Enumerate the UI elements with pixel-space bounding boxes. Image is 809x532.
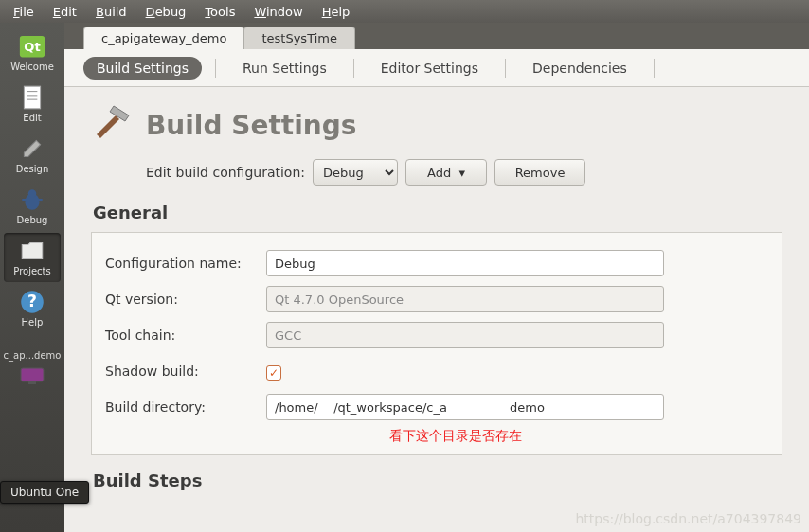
tab-project-0[interactable]: c_apigateway_demo bbox=[83, 27, 244, 49]
page-body: Build Settings Edit build configuration:… bbox=[64, 87, 809, 532]
cfg-select[interactable]: Debug bbox=[313, 159, 398, 186]
page-title: Build Settings bbox=[146, 110, 356, 141]
menu-help[interactable]: Help bbox=[315, 3, 358, 21]
subtab-run[interactable]: Run Settings bbox=[229, 57, 340, 80]
toolchain-label: Tool chain: bbox=[105, 328, 266, 343]
sidebar-item-label: Help bbox=[22, 317, 44, 328]
toolchain-field[interactable] bbox=[266, 322, 664, 348]
menubar: File Edit Build Debug Tools Window Help bbox=[0, 0, 809, 23]
annotation-text: 看下这个目录是否存在 bbox=[389, 428, 768, 445]
tab-project-1[interactable]: testSysTime bbox=[243, 27, 355, 49]
sidebar-item-label: Welcome bbox=[10, 62, 54, 72]
build-dir-label: Build directory: bbox=[105, 399, 266, 415]
hammer-icon bbox=[91, 102, 133, 148]
tooltip-ubuntu-one: Ubuntu One bbox=[0, 481, 89, 504]
section-general: General bbox=[93, 203, 782, 222]
svg-point-8 bbox=[28, 189, 37, 198]
sidebar-item-help[interactable]: ? Help bbox=[4, 284, 61, 333]
build-dir-input[interactable] bbox=[266, 394, 664, 420]
subtab-editor[interactable]: Editor Settings bbox=[368, 57, 492, 80]
qt-version-label: Qt version: bbox=[105, 292, 266, 307]
svg-text:?: ? bbox=[27, 292, 37, 310]
section-build-steps: Build Steps bbox=[93, 470, 782, 490]
subtab-build[interactable]: Build Settings bbox=[83, 57, 202, 80]
sidebar-project-selector[interactable]: c_ap...demo bbox=[4, 350, 62, 361]
qt-logo-icon: Qt bbox=[18, 34, 46, 59]
separator bbox=[654, 59, 655, 78]
menu-window[interactable]: Window bbox=[246, 3, 310, 21]
sidebar-item-welcome[interactable]: Qt Welcome bbox=[4, 28, 61, 78]
conf-name-input[interactable] bbox=[266, 250, 664, 276]
sidebar-item-label: Projects bbox=[13, 266, 50, 276]
sidebar-item-projects[interactable]: Projects bbox=[4, 233, 61, 282]
menu-debug[interactable]: Debug bbox=[138, 3, 194, 21]
menu-build[interactable]: Build bbox=[88, 3, 135, 21]
document-icon bbox=[18, 85, 46, 110]
shadow-build-checkbox[interactable]: ✓ bbox=[266, 365, 281, 381]
sidebar-item-design[interactable]: Design bbox=[4, 131, 61, 180]
menu-edit[interactable]: Edit bbox=[45, 3, 84, 21]
svg-marker-17 bbox=[97, 115, 119, 138]
conf-name-label: Configuration name: bbox=[105, 256, 266, 271]
svg-rect-13 bbox=[21, 368, 44, 381]
pencil-icon bbox=[18, 136, 46, 161]
qt-version-field[interactable] bbox=[266, 286, 664, 312]
svg-text:Qt: Qt bbox=[24, 40, 40, 54]
menu-file[interactable]: File bbox=[6, 3, 42, 21]
sidebar-item-label: Edit bbox=[23, 113, 41, 123]
sidebar-item-edit[interactable]: Edit bbox=[4, 80, 61, 129]
svg-rect-14 bbox=[28, 381, 36, 384]
folder-icon bbox=[18, 239, 46, 263]
menu-tools[interactable]: Tools bbox=[197, 3, 243, 21]
monitor-icon[interactable] bbox=[19, 366, 45, 389]
sidebar-item-label: Design bbox=[16, 164, 49, 174]
project-tabs: c_apigateway_demo testSysTime bbox=[64, 23, 809, 49]
separator bbox=[215, 59, 216, 78]
add-button[interactable]: Add ▾ bbox=[405, 159, 487, 186]
general-panel: Configuration name: Qt version: Tool cha… bbox=[91, 232, 782, 455]
separator bbox=[353, 59, 354, 78]
cfg-label: Edit build configuration: bbox=[146, 165, 305, 180]
settings-subtabs: Build Settings Run Settings Editor Setti… bbox=[64, 49, 809, 87]
svg-marker-6 bbox=[24, 140, 40, 156]
sidebar-item-label: Debug bbox=[17, 215, 48, 225]
bug-icon bbox=[18, 187, 46, 212]
svg-rect-2 bbox=[24, 86, 40, 109]
sidebar-item-debug[interactable]: Debug bbox=[4, 182, 61, 231]
separator bbox=[505, 59, 506, 78]
help-icon: ? bbox=[18, 290, 46, 314]
sidebar: Qt Welcome Edit Design Debug Projects ? … bbox=[0, 23, 64, 532]
remove-button[interactable]: Remove bbox=[494, 159, 585, 186]
shadow-build-label: Shadow build: bbox=[105, 364, 266, 379]
subtab-deps[interactable]: Dependencies bbox=[519, 57, 640, 80]
content-area: c_apigateway_demo testSysTime Build Sett… bbox=[64, 23, 809, 532]
